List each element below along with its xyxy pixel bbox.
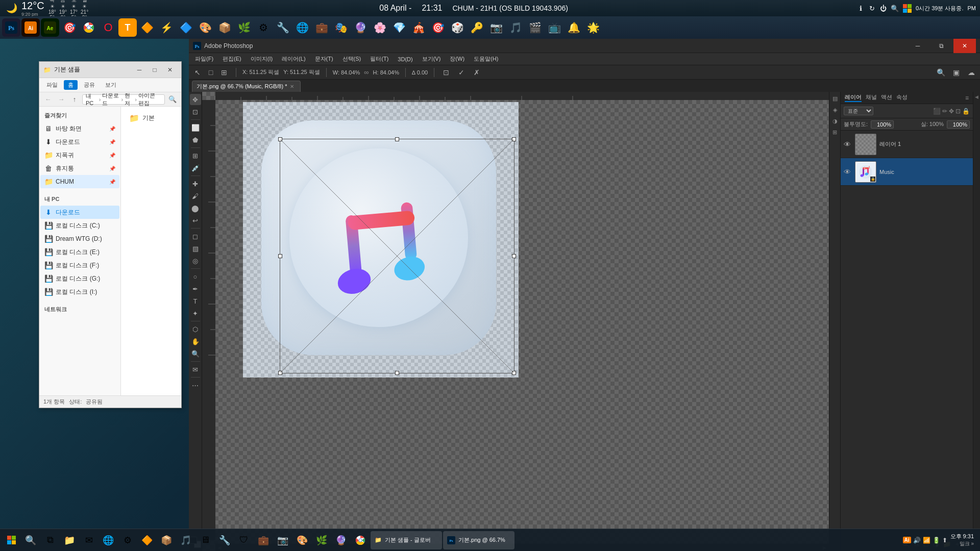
dock-icon-opera[interactable]: O <box>99 18 117 37</box>
layer1-visibility-icon[interactable]: 👁 <box>844 140 852 148</box>
taskbar-app1[interactable]: ⚙ <box>118 531 137 549</box>
fe-tab-view[interactable]: 보기 <box>101 80 120 90</box>
taskbar-app4[interactable]: 🎵 <box>177 531 195 549</box>
dock-icon-ps[interactable]: Ps <box>2 18 20 37</box>
ps-menu-help[interactable]: 도움말(H) <box>470 54 502 64</box>
ps-menu-select[interactable]: 선택(S) <box>338 54 365 64</box>
taskbar-taskview[interactable]: ⧉ <box>41 531 59 549</box>
dock-icon-misc1[interactable]: 🔶 <box>138 18 156 37</box>
ps-tool-rect[interactable]: □ <box>205 67 216 78</box>
tool-history[interactable]: ↩ <box>190 215 201 226</box>
dock-icon-misc3[interactable]: 🔷 <box>177 18 195 37</box>
ps-restore-button[interactable]: ⧉ <box>930 39 952 53</box>
dock-icon-misc8[interactable]: 🔧 <box>274 18 292 37</box>
mini-panel-channels-icon[interactable]: ◈ <box>830 105 840 114</box>
sidebar-item-local-g[interactable]: 💾 로컬 디스크 (G:) <box>40 272 119 285</box>
tool-note[interactable]: ✉ <box>190 364 201 375</box>
ps-menu-edit[interactable]: 편집(E) <box>218 54 246 64</box>
fe-minimize-button[interactable]: ─ <box>132 64 146 76</box>
collapse-right-icon[interactable]: ◀ <box>974 94 980 100</box>
search-icon[interactable]: 🔍 <box>891 4 899 12</box>
fe-back-button[interactable]: ← <box>42 94 54 105</box>
dock-icon-misc12[interactable]: 🔮 <box>351 18 370 37</box>
ps-menu-image[interactable]: 이미지(I) <box>247 54 277 64</box>
fe-maximize-button[interactable]: □ <box>148 64 162 76</box>
panel-tab-layers[interactable]: 레이어 <box>845 93 862 102</box>
dock-icon-misc5[interactable]: 📦 <box>215 18 234 37</box>
tool-brush[interactable]: 🖌 <box>190 190 201 202</box>
taskbar-active-fe[interactable]: 📁 기본 샘플 - 글로버 <box>371 531 442 549</box>
ps-menu-file[interactable]: 파일(F) <box>191 54 217 64</box>
fe-search-button[interactable]: 🔍 <box>167 94 178 105</box>
ps-tab-main[interactable]: 기본.png @ 66.7% (Music, RGB/8) * ✕ <box>192 81 301 92</box>
ps-search-icon[interactable]: 🔍 <box>935 67 946 78</box>
dock-icon-misc16[interactable]: 🎯 <box>429 18 447 37</box>
path-icons[interactable]: 아이콘 편집 <box>138 92 161 107</box>
sidebar-item-downloads[interactable]: ⬇ 다운로드 📌 <box>40 135 119 148</box>
sidebar-item-chum[interactable]: 📁 CHUM 📌 <box>40 175 119 188</box>
dock-icon-misc13[interactable]: 🌸 <box>371 18 389 37</box>
ps-menu-view[interactable]: 보기(V) <box>418 54 445 64</box>
tool-blur[interactable]: ◎ <box>190 255 201 266</box>
ps-tool-transform[interactable]: ⊞ <box>218 67 230 78</box>
dock-icon-misc21[interactable]: 🎬 <box>526 18 544 37</box>
handle-bc[interactable] <box>395 371 399 375</box>
dock-icon-misc20[interactable]: 🎵 <box>506 18 525 37</box>
dock-icon-misc17[interactable]: 🎲 <box>448 18 467 37</box>
dock-icon-misc15[interactable]: 🎪 <box>409 18 428 37</box>
taskbar-fileexplorer[interactable]: 📁 <box>60 531 79 549</box>
taskbar-chrome[interactable] <box>351 531 370 549</box>
tool-path-select[interactable]: ✦ <box>190 308 201 319</box>
ps-menu-filter[interactable]: 필터(T) <box>366 54 393 64</box>
fe-tab-share[interactable]: 공유 <box>80 80 99 90</box>
tool-healing[interactable]: ✚ <box>190 178 201 189</box>
layer-mode-select[interactable]: 표준 곱하기 <box>844 107 873 115</box>
dock-icon-misc2[interactable]: ⚡ <box>157 18 176 37</box>
opacity-value[interactable]: 100% <box>871 120 894 129</box>
dock-icon-ae[interactable]: 🎯 <box>60 18 79 37</box>
lock-pixels-icon[interactable]: ✏ <box>942 108 947 115</box>
taskbar-app10[interactable]: 🎨 <box>293 531 311 549</box>
layer-item-music[interactable]: 👁 <box>841 158 973 186</box>
taskbar-app7[interactable]: 🛡 <box>235 531 253 549</box>
dock-icon-chrome[interactable] <box>80 18 98 37</box>
fill-value[interactable]: 100% <box>947 120 970 129</box>
music-layer-visibility-icon[interactable]: 👁 <box>844 168 852 176</box>
sidebar-item-jibokgwi[interactable]: 📁 지폭귀 📌 <box>40 148 119 162</box>
tool-stamp[interactable]: ⬤ <box>190 203 201 214</box>
dock-icon-misc4[interactable]: 🎨 <box>196 18 214 37</box>
tool-eraser[interactable]: ◻ <box>190 231 201 242</box>
handle-bl[interactable] <box>278 371 282 375</box>
dock-icon-misc11[interactable]: 🎭 <box>332 18 350 37</box>
ps-minimize-button[interactable]: ─ <box>906 39 929 53</box>
tool-dodge[interactable]: ○ <box>190 271 201 282</box>
tool-gradient[interactable]: ▧ <box>190 243 201 254</box>
panel-tab-actions[interactable]: 액션 <box>881 93 892 102</box>
path-current[interactable]: 현저 <box>125 92 133 107</box>
sidebar-item-dream-d[interactable]: 💾 Dream WTG (D:) <box>40 232 119 245</box>
mini-panel-layers-icon[interactable]: ▤ <box>830 94 840 103</box>
sidebar-item-mydownloads[interactable]: ⬇ 다운로드 <box>40 206 119 219</box>
fe-up-button[interactable]: ↑ <box>69 94 80 105</box>
panel-options-icon[interactable]: ≡ <box>965 94 969 102</box>
fe-forward-button[interactable]: → <box>56 94 67 105</box>
lock-all-icon[interactable]: 🔒 <box>962 108 970 115</box>
handle-br[interactable] <box>512 371 516 375</box>
dock-icon-misc23[interactable]: 🔔 <box>565 18 583 37</box>
ps-tab-close[interactable]: ✕ <box>290 84 294 89</box>
tool-move[interactable]: ✥ <box>190 94 201 105</box>
layer-item-1[interactable]: 👁 레이어 1 <box>841 131 973 158</box>
dock-icon-misc9[interactable]: 🌐 <box>293 18 311 37</box>
ps-menu-3d[interactable]: 3D(D) <box>394 55 416 63</box>
handle-tr[interactable] <box>512 137 516 141</box>
sidebar-item-local-f[interactable]: 💾 로컬 디스크 (F:) <box>40 259 119 272</box>
tool-rect-select[interactable]: ⬜ <box>190 122 201 133</box>
taskbar-app12[interactable]: 🔮 <box>332 531 350 549</box>
ps-menu-text[interactable]: 문자(T) <box>311 54 337 64</box>
ps-cancel-button[interactable]: ✗ <box>471 67 482 78</box>
ps-panels-icon[interactable]: ▣ <box>950 67 962 78</box>
mini-panel-adjust-icon[interactable]: ◑ <box>830 116 840 126</box>
dock-icon-misc10[interactable]: 💼 <box>312 18 331 37</box>
ps-close-button[interactable]: ✕ <box>953 39 976 53</box>
dock-icon-misc14[interactable]: 💎 <box>390 18 408 37</box>
